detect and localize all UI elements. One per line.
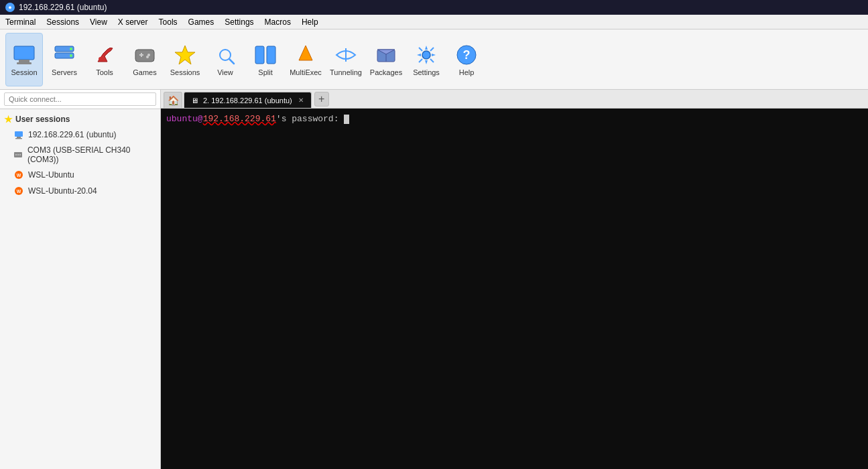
toolbar-btn-settings[interactable]: Settings xyxy=(408,33,445,86)
star-icon: ★ xyxy=(4,114,13,125)
toolbar-btn-sessions[interactable]: Sessions xyxy=(166,33,204,86)
svg-rect-0 xyxy=(14,46,34,60)
toolbar-btn-tunneling[interactable]: Tunneling xyxy=(327,33,365,86)
session-icon-serial xyxy=(13,149,23,160)
terminal-user: ubuntu xyxy=(166,114,198,124)
window-title: 192.168.229.61 (ubuntu) xyxy=(19,3,107,12)
session-item-ssh1[interactable]: 192.168.229.61 (ubuntu) xyxy=(0,127,160,143)
terminal-area: 🏠 🖥 2. 192.168.229.61 (ubuntu) ✕ + ubunt… xyxy=(161,90,868,469)
new-tab-button[interactable]: + xyxy=(314,92,329,107)
toolbar-btn-split[interactable]: Split xyxy=(247,33,284,86)
terminal-at: @ xyxy=(198,114,203,124)
session-item-wsl1[interactable]: WWSL-Ubuntu xyxy=(0,167,160,183)
toolbar-btn-packages[interactable]: Packages xyxy=(367,33,405,86)
toolbar-btn-multiexec[interactable]: MultiExec xyxy=(287,33,324,86)
session-name: WSL-Ubuntu xyxy=(28,170,74,180)
sessions-icon xyxy=(173,43,197,67)
menu-item-x server[interactable]: X server xyxy=(113,15,153,29)
toolbar-label-sessions: Sessions xyxy=(170,68,200,76)
svg-text:?: ? xyxy=(463,48,471,62)
svg-text:W: W xyxy=(17,189,21,194)
session-icon xyxy=(12,43,36,67)
svg-point-12 xyxy=(146,56,149,58)
toolbar-label-servers: Servers xyxy=(52,68,77,76)
quick-connect-bar xyxy=(0,90,160,109)
svg-line-15 xyxy=(229,59,234,64)
svg-point-30 xyxy=(15,154,17,155)
terminal-prompt: ubuntu@192.168.229.61's password: xyxy=(166,114,349,124)
terminal-content[interactable]: ubuntu@192.168.229.61's password: xyxy=(161,109,868,469)
toolbar-label-view: View xyxy=(217,68,233,76)
session-group-header[interactable]: ★ User sessions xyxy=(0,112,160,127)
session-item-wsl2[interactable]: WWSL-Ubuntu-20.04 xyxy=(0,183,160,199)
toolbar-label-tools: Tools xyxy=(96,68,113,76)
terminal-cursor xyxy=(344,115,349,124)
svg-point-7 xyxy=(99,57,103,61)
session-item-serial1[interactable]: COM3 (USB-SERIAL CH340 (COM3)) xyxy=(0,143,160,167)
toolbar-label-settings: Settings xyxy=(413,68,440,76)
svg-rect-1 xyxy=(19,60,29,62)
toolbar-btn-games[interactable]: Games xyxy=(126,33,164,86)
menu-item-games[interactable]: Games xyxy=(183,15,220,29)
svg-rect-2 xyxy=(17,62,32,64)
menu-item-macros[interactable]: Macros xyxy=(259,15,296,29)
sidebar: ★ User sessions 192.168.229.61 (ubuntu)C… xyxy=(0,90,161,469)
tab-bar: 🏠 🖥 2. 192.168.229.61 (ubuntu) ✕ + xyxy=(161,90,868,109)
toolbar-btn-servers[interactable]: Servers xyxy=(46,33,83,86)
settings-icon xyxy=(414,43,438,67)
svg-rect-27 xyxy=(17,137,21,138)
toolbar-label-session: Session xyxy=(11,68,37,76)
toolbar-label-games: Games xyxy=(133,68,156,76)
svg-rect-10 xyxy=(141,53,142,57)
app-icon: ● xyxy=(5,3,15,12)
tunneling-icon xyxy=(334,43,358,67)
packages-icon xyxy=(374,43,398,67)
terminal-host: 192.168.229.61 xyxy=(203,114,276,124)
svg-point-6 xyxy=(70,54,72,57)
help-icon: ? xyxy=(454,43,479,67)
session-list: ★ User sessions 192.168.229.61 (ubuntu)C… xyxy=(0,109,160,469)
toolbar-btn-session[interactable]: Session xyxy=(5,33,43,86)
svg-point-23 xyxy=(422,51,430,59)
svg-rect-28 xyxy=(15,138,22,139)
svg-marker-13 xyxy=(175,46,195,64)
session-icon-wsl: W xyxy=(13,170,24,180)
menu-item-terminal[interactable]: Terminal xyxy=(0,15,41,29)
toolbar-btn-help[interactable]: ?Help xyxy=(448,33,485,86)
toolbar-label-split: Split xyxy=(258,68,272,76)
session-name: WSL-Ubuntu-20.04 xyxy=(28,186,97,196)
view-icon xyxy=(213,43,237,67)
menu-item-view[interactable]: View xyxy=(84,15,113,29)
toolbar-label-tunneling: Tunneling xyxy=(330,68,362,76)
home-tab[interactable]: 🏠 xyxy=(164,92,182,108)
main-layout: ★ User sessions 192.168.229.61 (ubuntu)C… xyxy=(0,90,868,469)
svg-point-31 xyxy=(17,154,19,155)
quick-connect-input[interactable] xyxy=(4,92,156,106)
svg-point-32 xyxy=(19,154,21,155)
menu-bar: TerminalSessionsViewX serverToolsGamesSe… xyxy=(0,15,868,29)
session-name: 192.168.229.61 (ubuntu) xyxy=(28,130,116,139)
toolbar-btn-tools[interactable]: Tools xyxy=(86,33,123,86)
menu-item-sessions[interactable]: Sessions xyxy=(41,15,84,29)
split-icon xyxy=(253,43,277,67)
svg-text:W: W xyxy=(17,173,21,178)
session-group-label: User sessions xyxy=(15,115,70,124)
menu-item-help[interactable]: Help xyxy=(296,15,324,29)
tab-ssh-icon: 🖥 xyxy=(190,96,199,105)
multiexec-icon xyxy=(294,43,318,67)
toolbar: SessionServersToolsGamesSessionsViewSpli… xyxy=(0,29,868,90)
menu-item-tools[interactable]: Tools xyxy=(153,15,183,29)
toolbar-label-multiexec: MultiExec xyxy=(290,68,322,76)
toolbar-label-help: Help xyxy=(459,68,475,76)
svg-rect-26 xyxy=(15,131,23,137)
toolbar-btn-view[interactable]: View xyxy=(206,33,244,86)
toolbar-label-packages: Packages xyxy=(370,68,402,76)
tab-close-button[interactable]: ✕ xyxy=(296,96,306,105)
title-bar: ● 192.168.229.61 (ubuntu) xyxy=(0,0,868,15)
terminal-tab[interactable]: 🖥 2. 192.168.229.61 (ubuntu) ✕ xyxy=(184,92,312,108)
session-icon-wsl: W xyxy=(13,186,24,196)
menu-item-settings[interactable]: Settings xyxy=(219,15,259,29)
servers-icon xyxy=(52,43,76,67)
svg-marker-18 xyxy=(299,46,312,60)
svg-rect-16 xyxy=(255,46,264,64)
